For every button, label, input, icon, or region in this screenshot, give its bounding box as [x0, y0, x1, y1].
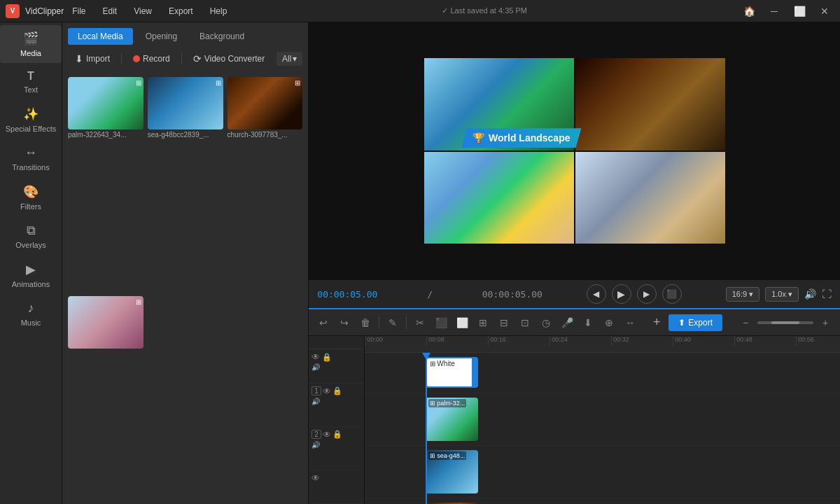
redo-button[interactable]: ↪: [335, 314, 354, 332]
close-button[interactable]: ✕: [815, 4, 834, 18]
add-layer-button[interactable]: +: [648, 314, 666, 332]
media-item-church[interactable]: ⊞ church-3097783_...: [227, 77, 303, 292]
clip-white-handle[interactable]: [472, 358, 477, 386]
media-item-palm[interactable]: ⊞ palm-322643_34...: [68, 77, 144, 292]
add-track-button[interactable]: ⊞: [474, 314, 492, 332]
tl-sep-1: [379, 316, 379, 329]
banner-text: World Landscape: [489, 132, 570, 144]
timer-button[interactable]: ◷: [537, 314, 555, 332]
track-0: ⊞ White: [365, 353, 840, 393]
sidebar-item-filters[interactable]: 🎨 Filters: [0, 178, 62, 216]
record-icon: [133, 55, 140, 62]
converter-button[interactable]: ⟳ Video Converter: [186, 50, 272, 67]
tl-sep-2: [406, 316, 407, 329]
prev-frame-button[interactable]: ◀: [587, 284, 606, 304]
edit-button[interactable]: ✎: [384, 314, 402, 332]
delete-button[interactable]: 🗑: [356, 314, 374, 332]
white-clip-label: ⊞ White: [430, 360, 455, 368]
sidebar-item-music[interactable]: ♪ Music: [0, 295, 62, 332]
zoom-fit-button[interactable]: ↔: [621, 314, 639, 332]
app-name: VidClipper: [25, 6, 64, 16]
zoom-slider[interactable]: [757, 321, 813, 324]
volume-icon[interactable]: 🔊: [804, 288, 816, 300]
zoom-out-button[interactable]: −: [736, 314, 755, 332]
menu-export[interactable]: Export: [166, 5, 196, 18]
track3-eye[interactable]: 👁: [312, 473, 320, 483]
church-label: church-3097783_...: [227, 130, 303, 140]
next-frame-button[interactable]: ▶: [637, 284, 657, 304]
preview-banner: 🏆 World Landscape: [461, 128, 581, 148]
track2-lock[interactable]: 🔒: [332, 430, 342, 439]
tl-num-1: 1 👁 🔒: [312, 386, 342, 396]
track1-lock[interactable]: 🔒: [332, 386, 342, 396]
menu-edit[interactable]: Edit: [100, 5, 120, 18]
collage-palace: [575, 152, 725, 244]
sidebar-item-text[interactable]: T Text: [0, 64, 62, 99]
maximize-button[interactable]: ⬜: [790, 4, 809, 18]
media-tabs: Local Media Opening Background: [62, 22, 308, 45]
media-item-pink[interactable]: ⊞: [68, 296, 144, 500]
menu-view[interactable]: View: [131, 5, 155, 18]
fullscreen-icon[interactable]: ⛶: [822, 288, 832, 300]
menu-help[interactable]: Help: [207, 5, 230, 18]
export-button[interactable]: ⬆ Export: [668, 314, 722, 331]
overlays-icon: ⧉: [27, 223, 36, 238]
undo-button[interactable]: ↩: [314, 314, 332, 332]
import-button[interactable]: ⬇ Import: [68, 50, 117, 67]
cut-button[interactable]: ✂: [411, 314, 429, 332]
main-container: 🎬 Media T Text ✨ Special Effects ↔ Trans…: [0, 22, 840, 504]
clip-sea[interactable]: ⊞ sea-g48...: [426, 450, 478, 493]
track2-eye[interactable]: 👁: [323, 430, 331, 440]
split-button[interactable]: ⬜: [453, 314, 471, 332]
stop-button[interactable]: ⬛: [662, 284, 682, 304]
sidebar-item-transitions[interactable]: ↔ Transitions: [0, 140, 62, 177]
sidebar-item-media[interactable]: 🎬 Media: [0, 25, 62, 63]
aspect-ratio-value: 16:9: [732, 290, 747, 298]
tab-opening[interactable]: Opening: [136, 28, 187, 45]
sidebar-label-effects: Special Effects: [6, 125, 57, 133]
titlebar-right: 🏠 ─ ⬜ ✕: [739, 4, 834, 18]
aspect-ratio-chevron: ▾: [749, 290, 753, 299]
export-label: Export: [688, 318, 713, 328]
import-timeline-button[interactable]: ⬇: [579, 314, 597, 332]
track-settings-button[interactable]: ⊡: [516, 314, 534, 332]
tab-background[interactable]: Background: [190, 28, 254, 45]
sidebar-item-overlays[interactable]: ⧉ Overlays: [0, 218, 62, 255]
tab-local-media[interactable]: Local Media: [68, 28, 133, 45]
palm-clip-icon: ⊞: [430, 400, 435, 407]
tl-label-header: [309, 336, 364, 349]
aspect-ratio-button[interactable]: 16:9 ▾: [726, 287, 760, 302]
track1-eye[interactable]: 👁: [323, 386, 331, 396]
track1-num: 1: [312, 386, 321, 396]
play-pause-button[interactable]: ▶: [612, 284, 631, 304]
track0-eye[interactable]: 👁: [312, 352, 320, 362]
tl-label-0-volume: 🔊: [312, 363, 320, 371]
save-status: ✓ Last saved at 4:35 PM: [442, 6, 527, 15]
clip-palm[interactable]: ⊞ palm-32...: [426, 398, 478, 441]
ruler-mark-5: 00:40: [673, 336, 734, 346]
menu-file[interactable]: File: [69, 5, 88, 18]
track0-lock[interactable]: 🔒: [322, 353, 332, 362]
ruler-mark-7: 00:56: [796, 336, 840, 346]
record-button[interactable]: Record: [126, 51, 177, 66]
speed-value: 1.0x: [771, 290, 786, 298]
ruler-mark-2: 00:16: [488, 336, 550, 346]
media-icon: 🎬: [23, 31, 38, 46]
minimize-button[interactable]: 🏠: [739, 4, 759, 18]
add-media-button[interactable]: ⊕: [600, 314, 618, 332]
sidebar-item-animations[interactable]: ▶ Animations: [0, 256, 62, 294]
timeline-ruler: 00:00 00:08 00:16 00:24 00:32 00:40 00:4…: [365, 336, 840, 353]
zoom-in-button[interactable]: +: [816, 314, 834, 332]
timeline-tracks-area: 00:00 00:08 00:16 00:24 00:32 00:40 00:4…: [365, 336, 840, 504]
crop-button[interactable]: ⬛: [432, 314, 450, 332]
clip-white[interactable]: ⊞ White: [426, 357, 478, 388]
sidebar-item-effects[interactable]: ✨ Special Effects: [0, 101, 62, 139]
remove-track-button[interactable]: ⊟: [495, 314, 513, 332]
media-item-sea[interactable]: ⊞ sea-g48bcc2839_...: [148, 77, 223, 292]
speed-chevron: ▾: [788, 290, 792, 299]
track-2: ⊞ sea-g48...: [365, 446, 840, 498]
speed-button[interactable]: 1.0x ▾: [765, 287, 799, 302]
restore-button[interactable]: ─: [764, 4, 784, 18]
filter-select[interactable]: All ▾: [276, 52, 302, 66]
audio-button[interactable]: 🎤: [558, 314, 576, 332]
